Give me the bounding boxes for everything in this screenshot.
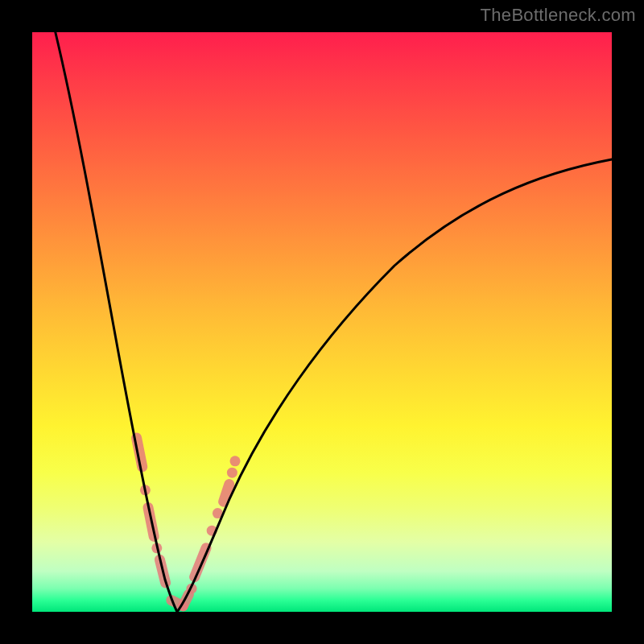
left-branch	[56, 32, 177, 612]
watermark-text: TheBottleneck.com	[481, 5, 636, 26]
svg-line-5	[195, 548, 206, 577]
chart-frame: TheBottleneck.com	[0, 0, 644, 644]
right-branch	[177, 159, 612, 612]
curve-layer	[32, 32, 612, 612]
svg-point-13	[230, 456, 241, 466]
plot-area	[32, 32, 612, 612]
svg-point-12	[227, 468, 237, 478]
